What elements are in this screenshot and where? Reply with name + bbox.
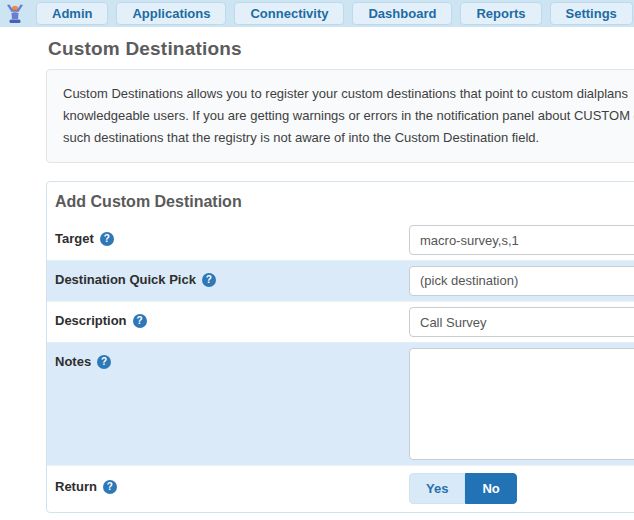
target-label-cell: Target ? (55, 225, 409, 246)
nav-tab-reports[interactable]: Reports (460, 2, 541, 25)
description-input[interactable] (409, 307, 634, 337)
target-label: Target (55, 231, 94, 246)
form-row-destination-quick-pick: Destination Quick Pick ? (pick destinati… (47, 260, 634, 301)
form-section-title: Add Custom Destination (47, 182, 634, 220)
help-icon[interactable]: ? (103, 480, 117, 494)
description-label: Description (55, 313, 127, 328)
form-row-target: Target ? (47, 220, 634, 260)
notes-label: Notes (55, 354, 91, 369)
form-row-description: Description ? (47, 301, 634, 342)
form-row-return: Return ? Yes No (47, 465, 634, 512)
info-line: knowledgeable users. If you are getting … (63, 105, 634, 127)
nav-tab-dashboard[interactable]: Dashboard (352, 2, 452, 25)
notes-textarea[interactable] (409, 348, 634, 460)
quick-pick-label: Destination Quick Pick (55, 272, 196, 287)
freepbx-logo-icon[interactable] (4, 3, 26, 25)
add-custom-destination-panel: Add Custom Destination Target ? Destinat… (46, 181, 634, 513)
nav-tab-admin[interactable]: Admin (36, 2, 108, 25)
return-label-cell: Return ? (55, 473, 409, 494)
target-input[interactable] (409, 225, 634, 255)
info-line: such destinations that the registry is n… (63, 127, 634, 149)
help-icon[interactable]: ? (202, 273, 216, 287)
help-icon[interactable]: ? (133, 314, 147, 328)
main-content: Custom Destinations Custom Destinations … (46, 38, 634, 513)
nav-tab-applications[interactable]: Applications (116, 2, 226, 25)
info-panel: Custom Destinations allows you to regist… (46, 69, 634, 163)
page-title: Custom Destinations (48, 38, 634, 60)
top-navbar: Admin Applications Connectivity Dashboar… (0, 0, 634, 27)
return-toggle: Yes No (409, 473, 517, 504)
nav-tab-connectivity[interactable]: Connectivity (234, 2, 344, 25)
help-icon[interactable]: ? (97, 355, 111, 369)
return-label: Return (55, 479, 97, 494)
return-yes-button[interactable]: Yes (409, 473, 465, 504)
destination-quick-pick-select[interactable]: (pick destination) (409, 266, 634, 296)
quick-pick-label-cell: Destination Quick Pick ? (55, 266, 409, 287)
notes-label-cell: Notes ? (55, 348, 409, 369)
info-line: Custom Destinations allows you to regist… (63, 83, 634, 105)
nav-tab-settings[interactable]: Settings (550, 2, 633, 25)
form-row-notes: Notes ? (47, 342, 634, 465)
help-icon[interactable]: ? (100, 232, 114, 246)
return-no-button[interactable]: No (465, 473, 516, 504)
description-label-cell: Description ? (55, 307, 409, 328)
